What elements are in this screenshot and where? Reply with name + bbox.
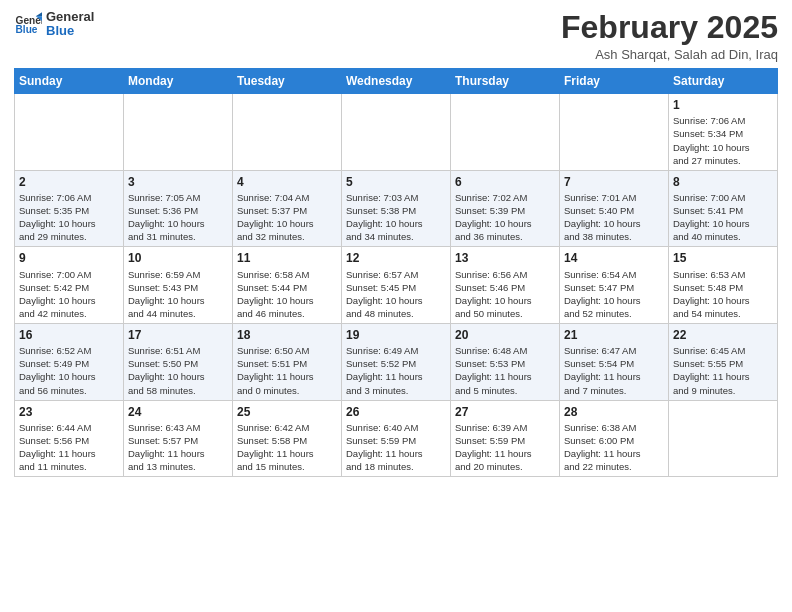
calendar-cell: 23Sunrise: 6:44 AM Sunset: 5:56 PM Dayli… [15,400,124,477]
day-info: Sunrise: 7:02 AM Sunset: 5:39 PM Dayligh… [455,191,555,243]
day-info: Sunrise: 6:48 AM Sunset: 5:53 PM Dayligh… [455,344,555,396]
day-info: Sunrise: 6:57 AM Sunset: 5:45 PM Dayligh… [346,268,446,320]
day-info: Sunrise: 6:56 AM Sunset: 5:46 PM Dayligh… [455,268,555,320]
calendar-cell [669,400,778,477]
day-info: Sunrise: 6:42 AM Sunset: 5:58 PM Dayligh… [237,421,337,473]
weekday-header-sunday: Sunday [15,69,124,94]
calendar-cell: 6Sunrise: 7:02 AM Sunset: 5:39 PM Daylig… [451,170,560,247]
day-info: Sunrise: 6:39 AM Sunset: 5:59 PM Dayligh… [455,421,555,473]
day-info: Sunrise: 7:00 AM Sunset: 5:41 PM Dayligh… [673,191,773,243]
day-info: Sunrise: 7:00 AM Sunset: 5:42 PM Dayligh… [19,268,119,320]
day-number: 10 [128,250,228,266]
day-number: 1 [673,97,773,113]
calendar-cell: 20Sunrise: 6:48 AM Sunset: 5:53 PM Dayli… [451,324,560,401]
weekday-header-row: SundayMondayTuesdayWednesdayThursdayFrid… [15,69,778,94]
header: General Blue General Blue February 2025 … [14,10,778,62]
calendar-table: SundayMondayTuesdayWednesdayThursdayFrid… [14,68,778,477]
day-number: 14 [564,250,664,266]
week-row-1: 1Sunrise: 7:06 AM Sunset: 5:34 PM Daylig… [15,94,778,171]
calendar-cell [451,94,560,171]
day-info: Sunrise: 6:38 AM Sunset: 6:00 PM Dayligh… [564,421,664,473]
calendar-cell [124,94,233,171]
day-number: 11 [237,250,337,266]
calendar-cell: 9Sunrise: 7:00 AM Sunset: 5:42 PM Daylig… [15,247,124,324]
calendar-cell [560,94,669,171]
calendar-cell: 19Sunrise: 6:49 AM Sunset: 5:52 PM Dayli… [342,324,451,401]
day-info: Sunrise: 7:03 AM Sunset: 5:38 PM Dayligh… [346,191,446,243]
weekday-header-monday: Monday [124,69,233,94]
day-number: 15 [673,250,773,266]
day-info: Sunrise: 6:51 AM Sunset: 5:50 PM Dayligh… [128,344,228,396]
logo-blue: Blue [46,24,94,38]
logo-icon: General Blue [14,10,42,38]
calendar-cell: 21Sunrise: 6:47 AM Sunset: 5:54 PM Dayli… [560,324,669,401]
calendar-cell: 8Sunrise: 7:00 AM Sunset: 5:41 PM Daylig… [669,170,778,247]
page: General Blue General Blue February 2025 … [0,0,792,612]
calendar-cell: 10Sunrise: 6:59 AM Sunset: 5:43 PM Dayli… [124,247,233,324]
day-info: Sunrise: 6:44 AM Sunset: 5:56 PM Dayligh… [19,421,119,473]
weekday-header-saturday: Saturday [669,69,778,94]
calendar-cell: 13Sunrise: 6:56 AM Sunset: 5:46 PM Dayli… [451,247,560,324]
calendar-cell: 15Sunrise: 6:53 AM Sunset: 5:48 PM Dayli… [669,247,778,324]
day-number: 18 [237,327,337,343]
day-info: Sunrise: 7:06 AM Sunset: 5:35 PM Dayligh… [19,191,119,243]
day-number: 7 [564,174,664,190]
day-number: 6 [455,174,555,190]
day-info: Sunrise: 6:49 AM Sunset: 5:52 PM Dayligh… [346,344,446,396]
day-number: 25 [237,404,337,420]
day-number: 8 [673,174,773,190]
calendar-cell: 27Sunrise: 6:39 AM Sunset: 5:59 PM Dayli… [451,400,560,477]
week-row-4: 16Sunrise: 6:52 AM Sunset: 5:49 PM Dayli… [15,324,778,401]
day-info: Sunrise: 6:50 AM Sunset: 5:51 PM Dayligh… [237,344,337,396]
day-number: 4 [237,174,337,190]
calendar-cell: 16Sunrise: 6:52 AM Sunset: 5:49 PM Dayli… [15,324,124,401]
weekday-header-friday: Friday [560,69,669,94]
day-info: Sunrise: 6:59 AM Sunset: 5:43 PM Dayligh… [128,268,228,320]
calendar-cell: 12Sunrise: 6:57 AM Sunset: 5:45 PM Dayli… [342,247,451,324]
weekday-header-tuesday: Tuesday [233,69,342,94]
day-number: 2 [19,174,119,190]
day-info: Sunrise: 6:52 AM Sunset: 5:49 PM Dayligh… [19,344,119,396]
day-info: Sunrise: 6:47 AM Sunset: 5:54 PM Dayligh… [564,344,664,396]
calendar-cell [233,94,342,171]
day-info: Sunrise: 6:58 AM Sunset: 5:44 PM Dayligh… [237,268,337,320]
day-number: 21 [564,327,664,343]
day-number: 27 [455,404,555,420]
calendar-subtitle: Ash Sharqat, Salah ad Din, Iraq [561,47,778,62]
day-info: Sunrise: 6:53 AM Sunset: 5:48 PM Dayligh… [673,268,773,320]
day-info: Sunrise: 6:43 AM Sunset: 5:57 PM Dayligh… [128,421,228,473]
day-info: Sunrise: 7:06 AM Sunset: 5:34 PM Dayligh… [673,114,773,166]
day-info: Sunrise: 7:04 AM Sunset: 5:37 PM Dayligh… [237,191,337,243]
day-number: 22 [673,327,773,343]
day-number: 26 [346,404,446,420]
calendar-title: February 2025 [561,10,778,45]
day-number: 24 [128,404,228,420]
week-row-3: 9Sunrise: 7:00 AM Sunset: 5:42 PM Daylig… [15,247,778,324]
day-number: 5 [346,174,446,190]
calendar-cell: 18Sunrise: 6:50 AM Sunset: 5:51 PM Dayli… [233,324,342,401]
calendar-cell: 24Sunrise: 6:43 AM Sunset: 5:57 PM Dayli… [124,400,233,477]
day-info: Sunrise: 6:54 AM Sunset: 5:47 PM Dayligh… [564,268,664,320]
day-info: Sunrise: 7:05 AM Sunset: 5:36 PM Dayligh… [128,191,228,243]
weekday-header-thursday: Thursday [451,69,560,94]
calendar-cell: 22Sunrise: 6:45 AM Sunset: 5:55 PM Dayli… [669,324,778,401]
week-row-2: 2Sunrise: 7:06 AM Sunset: 5:35 PM Daylig… [15,170,778,247]
calendar-cell: 3Sunrise: 7:05 AM Sunset: 5:36 PM Daylig… [124,170,233,247]
calendar-cell [342,94,451,171]
day-number: 17 [128,327,228,343]
calendar-cell: 11Sunrise: 6:58 AM Sunset: 5:44 PM Dayli… [233,247,342,324]
week-row-5: 23Sunrise: 6:44 AM Sunset: 5:56 PM Dayli… [15,400,778,477]
day-number: 19 [346,327,446,343]
calendar-cell: 26Sunrise: 6:40 AM Sunset: 5:59 PM Dayli… [342,400,451,477]
day-info: Sunrise: 6:45 AM Sunset: 5:55 PM Dayligh… [673,344,773,396]
day-number: 9 [19,250,119,266]
calendar-cell: 25Sunrise: 6:42 AM Sunset: 5:58 PM Dayli… [233,400,342,477]
logo-general: General [46,10,94,24]
calendar-cell: 5Sunrise: 7:03 AM Sunset: 5:38 PM Daylig… [342,170,451,247]
calendar-cell: 14Sunrise: 6:54 AM Sunset: 5:47 PM Dayli… [560,247,669,324]
calendar-cell: 1Sunrise: 7:06 AM Sunset: 5:34 PM Daylig… [669,94,778,171]
day-number: 23 [19,404,119,420]
calendar-cell: 4Sunrise: 7:04 AM Sunset: 5:37 PM Daylig… [233,170,342,247]
day-number: 20 [455,327,555,343]
calendar-cell: 7Sunrise: 7:01 AM Sunset: 5:40 PM Daylig… [560,170,669,247]
